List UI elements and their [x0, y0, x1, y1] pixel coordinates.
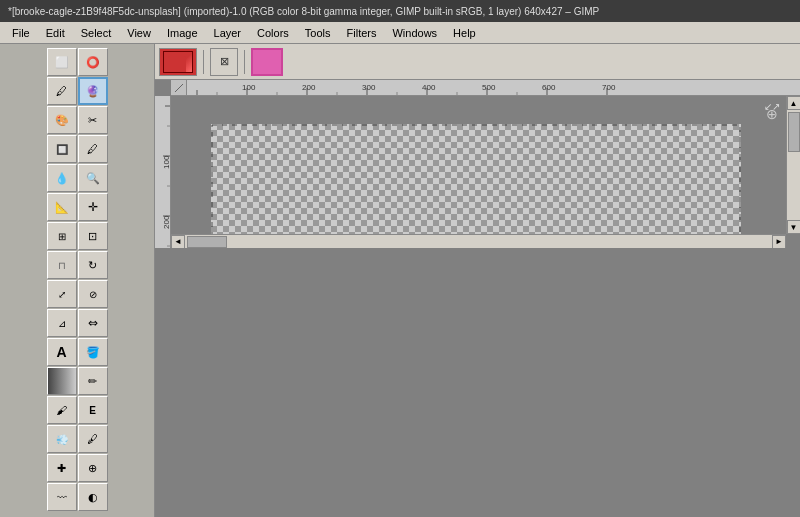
tool-bucket-fill[interactable]: 🪣 — [78, 338, 108, 366]
canvas-image: TOMATO SOUP — [211, 124, 741, 248]
scroll-right-btn[interactable]: ► — [772, 235, 786, 249]
svg-text:600: 600 — [542, 83, 556, 92]
tool-dodge-burn[interactable]: ◐ — [78, 483, 108, 511]
svg-text:500: 500 — [482, 83, 496, 92]
title-bar: *[brooke-cagle-z1B9f48F5dc-unsplash] (im… — [0, 0, 800, 22]
tool-color-picker[interactable]: 💧 — [47, 164, 77, 192]
svg-text:100: 100 — [162, 155, 171, 169]
tool-ellipse-select[interactable]: ⭕ — [78, 48, 108, 76]
zoom-reset-btn[interactable]: ⊠ — [210, 48, 238, 76]
title-text: *[brooke-cagle-z1B9f48F5dc-unsplash] (im… — [8, 6, 599, 17]
image-toolbar: ⊠ — [155, 44, 800, 80]
menu-windows[interactable]: Windows — [384, 25, 445, 41]
scroll-thumb-v[interactable] — [788, 112, 800, 152]
tool-zoom[interactable]: 🔍 — [78, 164, 108, 192]
tool-select-by-color[interactable]: 🎨 — [47, 106, 77, 134]
tool-foreground-select[interactable]: 🔲 — [47, 135, 77, 163]
tool-move[interactable]: ✛ — [78, 193, 108, 221]
svg-text:700: 700 — [602, 83, 616, 92]
image-svg: TOMATO SOUP — [211, 124, 741, 248]
v-scrollbar[interactable]: ▲ ▼ — [786, 96, 800, 234]
menu-tools[interactable]: Tools — [297, 25, 339, 41]
tool-align[interactable]: ⊞ — [47, 222, 77, 250]
menu-select[interactable]: Select — [73, 25, 120, 41]
tool-ink[interactable]: 🖋 — [78, 425, 108, 453]
tool-flip[interactable]: ⇔ — [78, 309, 108, 337]
tool-rotate[interactable]: ↻ — [78, 251, 108, 279]
scroll-thumb-h[interactable] — [187, 236, 227, 248]
tool-grid: ⬜ ⭕ 🖊 🔮 🎨 ✂ 🔲 🖊 💧 🔍 📐 ✛ ⊞ ⊡ ⊓ ↻ ⤢ — [0, 44, 154, 515]
svg-text:100: 100 — [242, 83, 256, 92]
tool-transform[interactable]: ⊡ — [78, 222, 108, 250]
h-scrollbar[interactable]: ◄ ► — [171, 234, 786, 248]
color-indicator-btn[interactable] — [251, 48, 283, 76]
main-layout: ⬜ ⭕ 🖊 🔮 🎨 ✂ 🔲 🖊 💧 🔍 📐 ✛ ⊞ ⊡ ⊓ ↻ ⤢ — [0, 44, 800, 517]
tool-eraser[interactable]: E — [78, 396, 108, 424]
tool-pencil[interactable]: ✏ — [78, 367, 108, 395]
image-thumbnail-btn[interactable] — [159, 48, 197, 76]
svg-rect-45 — [212, 125, 740, 248]
h-ruler-row: 100 200 300 400 500 600 700 — [171, 80, 800, 96]
tool-smudge[interactable]: 〰 — [47, 483, 77, 511]
tool-free-select[interactable]: 🖊 — [47, 77, 77, 105]
h-ruler: 100 200 300 400 500 600 700 — [187, 80, 800, 96]
canvas-viewport[interactable]: TOMATO SOUP — [171, 96, 800, 248]
tool-text[interactable]: A — [47, 338, 77, 366]
tool-scissors[interactable]: ✂ — [78, 106, 108, 134]
scroll-down-btn[interactable]: ▼ — [787, 220, 801, 234]
v-ruler: 100 200 300 400 500 — [155, 96, 171, 248]
tool-measure[interactable]: 📐 — [47, 193, 77, 221]
menu-edit[interactable]: Edit — [38, 25, 73, 41]
tool-crop[interactable]: ⊓ — [47, 251, 77, 279]
tool-scale[interactable]: ⤢ — [47, 280, 77, 308]
tool-rectangle-select[interactable]: ⬜ — [47, 48, 77, 76]
main-canvas-row: 100 200 300 400 500 — [155, 96, 800, 248]
tool-shear[interactable]: ⊘ — [78, 280, 108, 308]
svg-text:200: 200 — [162, 215, 171, 229]
tool-perspective[interactable]: ⊿ — [47, 309, 77, 337]
menu-image[interactable]: Image — [159, 25, 206, 41]
canvas-wrapper: ⊠ — [155, 44, 800, 517]
crosshair-icon: ⊕ — [766, 106, 778, 122]
ruler-corner — [171, 80, 187, 96]
menu-file[interactable]: File — [4, 25, 38, 41]
scroll-left-btn[interactable]: ◄ — [171, 235, 185, 249]
svg-text:400: 400 — [422, 83, 436, 92]
menu-help[interactable]: Help — [445, 25, 484, 41]
svg-text:300: 300 — [362, 83, 376, 92]
toolbar-divider-1 — [203, 50, 204, 74]
menu-view[interactable]: View — [119, 25, 159, 41]
tool-gradient[interactable] — [47, 367, 77, 395]
svg-text:200: 200 — [302, 83, 316, 92]
tool-heal[interactable]: ✚ — [47, 454, 77, 482]
tool-paths[interactable]: 🖊 — [78, 135, 108, 163]
tool-paintbrush[interactable]: 🖌 — [47, 396, 77, 424]
menu-colors[interactable]: Colors — [249, 25, 297, 41]
menu-layer[interactable]: Layer — [206, 25, 250, 41]
tool-clone[interactable]: ⊕ — [78, 454, 108, 482]
tool-airbrush[interactable]: 💨 — [47, 425, 77, 453]
toolbar-divider-2 — [244, 50, 245, 74]
rulers-and-canvas: 100 200 300 400 500 600 700 — [155, 80, 800, 248]
toolbox: ⬜ ⭕ 🖊 🔮 🎨 ✂ 🔲 🖊 💧 🔍 📐 ✛ ⊞ ⊡ ⊓ ↻ ⤢ — [0, 44, 155, 517]
menu-filters[interactable]: Filters — [339, 25, 385, 41]
tool-fuzzy-select[interactable]: 🔮 — [78, 77, 108, 105]
scroll-up-btn[interactable]: ▲ — [787, 96, 801, 110]
menu-bar: File Edit Select View Image Layer Colors… — [0, 22, 800, 44]
